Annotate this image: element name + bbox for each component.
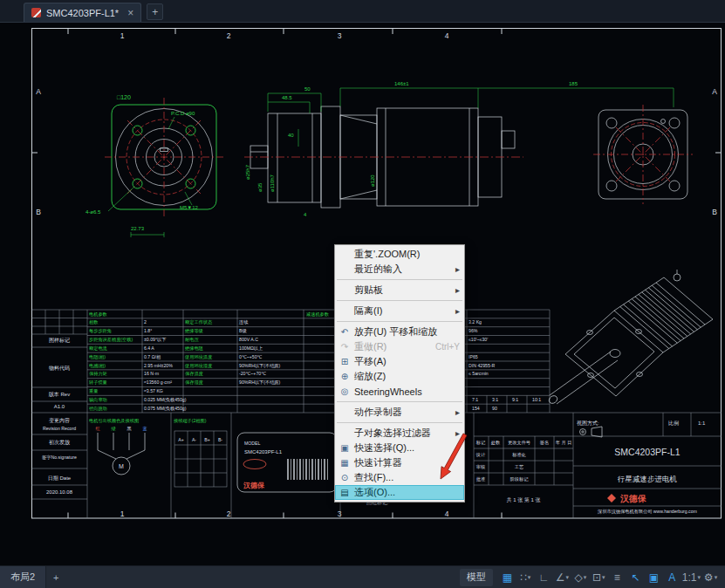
pan-icon: ⊞	[338, 357, 352, 366]
menu-separator	[337, 300, 462, 301]
table-cell: 90	[492, 406, 497, 411]
table-cell: 1.8°	[144, 328, 152, 333]
revision-label: 日期 Date	[48, 475, 72, 482]
menu-item-label: 重做(R)	[354, 340, 386, 353]
polar-tracking-icon[interactable]: ∠▾	[553, 569, 571, 586]
table-cell: 3.2 Kg	[469, 319, 482, 325]
table-cell: 7:1	[472, 397, 478, 402]
menu-item-quick-select[interactable]: ▣快速选择(Q)...	[335, 441, 464, 455]
drawing-tab-bar: SMC4203PF-L1* × +	[0, 0, 725, 23]
table-cell: 2.95 mH±20%	[144, 363, 173, 368]
menu-item-find[interactable]: ⊙查找(F)...	[335, 470, 464, 485]
tb-header: 更改文件号	[508, 440, 530, 445]
menu-item-undo[interactable]: ↶放弃(U) 平移和缩放	[335, 325, 464, 339]
status-toggles: 模型 ▦∷▾∟∠▾◇▾⊡▾≡↖▣A1:1▾⚙▾	[460, 569, 725, 586]
ortho-icon[interactable]: ∟	[535, 569, 553, 586]
table-cell: 100MΩ以上	[239, 345, 263, 351]
snap-icon[interactable]: ∷▾	[516, 569, 535, 586]
zone-letter: A	[36, 87, 41, 96]
dim-label: M5▼12	[180, 205, 199, 210]
zone-letter: B	[712, 208, 717, 216]
tab-close-icon[interactable]: ×	[127, 8, 133, 18]
menu-item-label: 快速选择(Q)...	[354, 441, 414, 455]
table-cell: B级	[239, 328, 247, 333]
find-icon: ⊙	[338, 473, 352, 482]
menu-item-options[interactable]: ▤选项(O)...	[335, 485, 464, 500]
zone-number: 3	[338, 509, 342, 518]
new-layout-button[interactable]: +	[46, 572, 65, 583]
menu-separator	[337, 422, 462, 423]
table-cell: 使用环境湿度	[184, 363, 213, 369]
table-cell: 步距角误差精度(空载)	[89, 337, 133, 343]
wire-color-label: 黑	[127, 426, 131, 431]
dropdown-arrow-icon: ▾	[584, 574, 587, 581]
menu-item-quick-calc[interactable]: ▦快速计算器	[335, 455, 464, 470]
submenu-arrow-icon: ▸	[455, 264, 460, 274]
table-cell: 相数	[89, 319, 99, 325]
menu-item-recent-input[interactable]: 最近的输入▸	[335, 262, 464, 277]
menu-item-label: 查找(F)...	[354, 471, 393, 484]
nameplate-model-label: MODEL	[244, 441, 261, 446]
workspace-gear-icon[interactable]: ⚙▾	[701, 569, 720, 586]
menu-item-label: 快速计算器	[354, 456, 402, 469]
menu-item-label: 放弃(U) 平移和缩放	[354, 325, 437, 338]
table-cell: 154	[472, 406, 480, 411]
dim-label: 40	[288, 133, 294, 138]
selection-cursor-icon[interactable]: ↖	[626, 569, 645, 586]
dwg-file-icon	[31, 8, 41, 17]
revision-label: 物料代码	[49, 365, 70, 372]
table-cell: ≤ 5arcmin	[469, 371, 489, 376]
tb-row-label: 审核	[476, 464, 486, 469]
window-selection-icon[interactable]: ▣	[645, 569, 663, 586]
submenu-arrow-icon: ▸	[455, 428, 460, 438]
table-cell: 0℃~+50℃	[239, 354, 263, 359]
dropdown-arrow-icon: ▾	[602, 574, 605, 581]
drawing-tab[interactable]: SMC4203PF-L1* ×	[24, 3, 141, 22]
menu-item-action-recorder[interactable]: 动作录制器▸	[335, 405, 464, 420]
menu-item-repeat-zoom[interactable]: 重复'.ZOOM(R)	[335, 247, 464, 262]
table-cell: ≤10′~≤30′	[469, 337, 488, 342]
menu-item-redo[interactable]: ↷重做(R)Ctrl+Y	[335, 339, 464, 354]
menu-item-steeringwheels[interactable]: ◎SteeringWheels	[335, 384, 464, 399]
options-icon: ▤	[338, 488, 352, 497]
menu-item-label: 平移(A)	[354, 355, 386, 368]
revision-label: 图样标记	[49, 337, 70, 344]
menu-item-zoom[interactable]: ⊕缩放(Z)	[335, 369, 464, 384]
nameplate-brand: 汉德保	[243, 482, 265, 489]
tb-mid-label: 阶段标记	[510, 476, 530, 482]
menu-item-label: SteeringWheels	[354, 386, 422, 397]
table-cell: 连续	[238, 319, 249, 325]
dim-label: 4-ø6.5	[85, 209, 101, 215]
isodraft-icon[interactable]: ◇▾	[571, 569, 590, 586]
annotation-visibility-icon[interactable]: A	[663, 569, 681, 586]
drawing-canvas[interactable]: 1 2 3 4 1 2 3 4 A B A B	[0, 23, 725, 565]
table-cell: ≈13560 g·cm²	[144, 379, 172, 385]
calculator-icon: ▦	[338, 458, 352, 468]
layout-tab[interactable]: 布局2	[0, 566, 46, 588]
menu-item-clipboard[interactable]: 剪贴板▸	[335, 283, 464, 297]
zone-number: 2	[227, 31, 231, 40]
menu-item-pan[interactable]: ⊞平移(A)	[335, 354, 464, 369]
grid-icon[interactable]: ▦	[498, 569, 516, 586]
wire-color-label: 红	[95, 426, 99, 431]
submenu-arrow-icon: ▸	[455, 285, 460, 295]
table-cell: 减速机参数	[306, 311, 330, 317]
table-cell: 绝缘电阻	[185, 345, 204, 351]
table-cell: 10:1	[532, 397, 541, 402]
annotation-scale[interactable]: 1:1▾	[681, 569, 701, 586]
menu-item-isolate[interactable]: 隔离(I)▸	[335, 304, 464, 318]
zone-letter: B	[36, 208, 41, 216]
table-cell: 额定电流	[89, 345, 108, 352]
dim-label: 4	[304, 212, 307, 217]
lineweight-icon[interactable]: ≡	[608, 569, 626, 586]
new-tab-button[interactable]: +	[147, 3, 163, 20]
menu-item-subobject-filter[interactable]: 子对象选择过滤器▸	[335, 426, 464, 441]
tb-row-label: 批准	[476, 476, 485, 482]
model-space-button[interactable]: 模型	[460, 569, 493, 586]
pin-label: B-	[218, 437, 222, 442]
terminal-block: 接线端子(2相图) A+ A- B+ B-	[174, 418, 227, 487]
tb-header: 签名	[540, 440, 549, 446]
dim-label: ø120	[370, 174, 375, 187]
osnap-icon[interactable]: ⊡▾	[590, 569, 608, 586]
dim-label: ø110h7	[270, 174, 275, 192]
